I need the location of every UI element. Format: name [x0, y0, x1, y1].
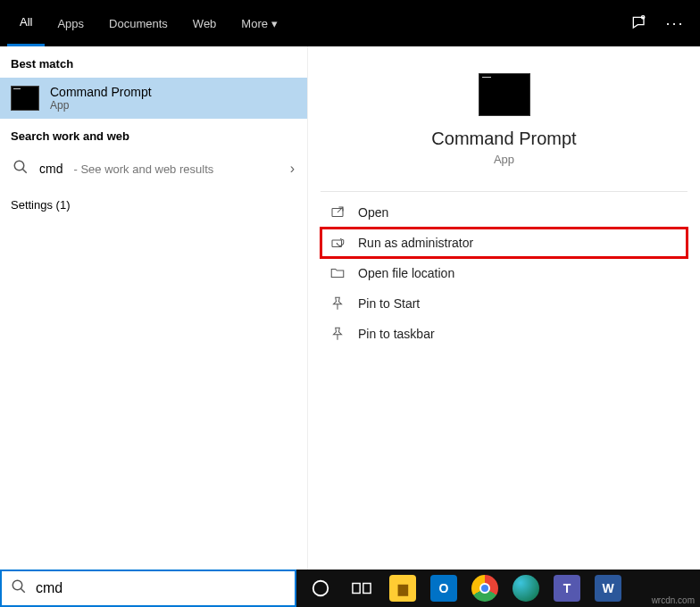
action-open[interactable]: Open	[312, 197, 696, 228]
result-command-prompt[interactable]: Command Prompt App	[0, 78, 307, 119]
chrome-icon[interactable]	[466, 570, 504, 607]
web-result-label: cmd	[39, 162, 62, 176]
web-result-hint: - See work and web results	[73, 162, 213, 176]
action-pin-to-taskbar[interactable]: Pin to taskbar	[312, 319, 696, 349]
best-match-label: Best match	[0, 46, 307, 78]
tab-documents[interactable]: Documents	[96, 0, 180, 46]
pin-taskbar-icon	[329, 326, 346, 342]
svg-point-1	[14, 161, 24, 170]
outlook-icon[interactable]: O	[425, 570, 462, 607]
admin-shield-icon	[329, 235, 346, 251]
edge-icon[interactable]	[507, 570, 545, 607]
tab-apps[interactable]: Apps	[45, 0, 96, 46]
cortana-icon[interactable]	[302, 570, 339, 607]
file-explorer-icon[interactable]: ▆	[384, 570, 421, 607]
divider	[321, 191, 688, 192]
action-open-loc-label: Open file location	[358, 266, 454, 280]
word-icon[interactable]: W	[589, 570, 627, 607]
action-pin-start-label: Pin to Start	[358, 296, 420, 311]
watermark: wrcdn.com	[652, 595, 695, 605]
svg-rect-10	[353, 584, 360, 594]
more-options-icon[interactable]: ···	[657, 5, 693, 41]
result-text: Command Prompt App	[50, 85, 152, 112]
search-icon	[12, 159, 29, 179]
search-input[interactable]	[36, 580, 286, 596]
results-column: Best match Command Prompt App Search wor…	[0, 46, 308, 570]
settings-results-label[interactable]: Settings (1)	[0, 187, 307, 222]
tab-more-label: More	[241, 17, 268, 30]
svg-rect-11	[363, 584, 371, 594]
action-run-admin-label: Run as administrator	[358, 236, 473, 250]
search-icon	[11, 578, 27, 598]
action-run-as-administrator[interactable]: Run as administrator	[321, 228, 688, 258]
chevron-right-icon: ›	[290, 161, 295, 177]
main-area: Best match Command Prompt App Search wor…	[0, 46, 700, 570]
result-subtitle: App	[50, 99, 152, 112]
action-open-file-location[interactable]: Open file location	[312, 258, 696, 288]
svg-point-9	[313, 581, 329, 596]
preview-title: Command Prompt	[312, 129, 696, 149]
tab-more[interactable]: More ▾	[229, 0, 290, 46]
preview-column: Command Prompt App Open Run as administr…	[312, 54, 696, 566]
tab-web[interactable]: Web	[180, 0, 229, 46]
taskbar: ▆ O T W	[296, 570, 700, 607]
teams-icon[interactable]: T	[548, 570, 586, 607]
feedback-icon[interactable]	[621, 5, 657, 41]
search-box[interactable]	[0, 570, 296, 607]
folder-icon	[329, 265, 346, 281]
action-pin-to-start[interactable]: Pin to Start	[312, 288, 696, 319]
search-tabs: All Apps Documents Web More ▾ ···	[0, 0, 700, 46]
svg-point-7	[12, 580, 22, 590]
command-prompt-icon	[11, 86, 39, 111]
task-view-icon[interactable]	[343, 570, 380, 607]
search-work-web-label: Search work and web	[0, 119, 307, 150]
open-icon	[329, 204, 346, 220]
action-pin-taskbar-label: Pin to taskbar	[358, 327, 435, 341]
preview-command-prompt-icon	[479, 73, 530, 116]
result-title: Command Prompt	[50, 85, 152, 99]
tab-all[interactable]: All	[7, 0, 45, 46]
action-open-label: Open	[358, 205, 388, 220]
start-search-panel: All Apps Documents Web More ▾ ··· Best m…	[0, 0, 700, 570]
web-result-cmd[interactable]: cmd - See work and web results ›	[0, 150, 307, 187]
svg-line-2	[22, 169, 27, 173]
chevron-down-icon: ▾	[271, 17, 278, 30]
preview-subtitle: App	[312, 153, 696, 166]
svg-line-8	[21, 588, 25, 593]
pin-icon	[329, 295, 346, 312]
